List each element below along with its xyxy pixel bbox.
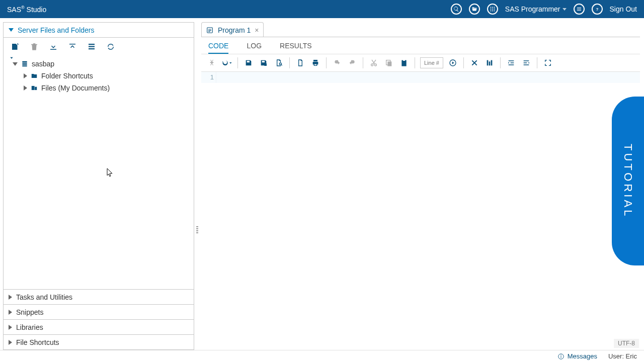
collapsed-panels: Tasks and Utilities Snippets Libraries F… [4, 289, 194, 349]
svg-rect-31 [401, 60, 406, 66]
chevron-right-icon [9, 310, 12, 315]
properties-icon[interactable] [87, 42, 96, 51]
chevron-right-icon [9, 325, 12, 330]
svg-rect-17 [89, 46, 95, 47]
upload-icon[interactable] [68, 42, 77, 51]
panel-label: File Shortcuts [16, 338, 59, 346]
tree-root-label: sasbap [32, 60, 54, 68]
svg-rect-30 [387, 61, 391, 66]
line-number: 1 [210, 73, 214, 81]
svg-rect-32 [403, 59, 405, 61]
refresh-icon[interactable] [106, 42, 115, 51]
run-icon[interactable] [206, 57, 217, 68]
fullscreen-icon[interactable] [542, 57, 553, 68]
svg-point-4 [492, 9, 493, 10]
tab-label: Program 1 [218, 26, 251, 34]
status-bar: Messages User: Eric [0, 350, 644, 362]
chevron-right-icon [24, 85, 27, 90]
more-options-icon[interactable] [574, 4, 585, 15]
tree-item-label: Files (My Documents) [41, 84, 110, 92]
goto-line-icon[interactable] [447, 57, 458, 68]
close-icon[interactable]: × [255, 26, 259, 34]
tree-root[interactable]: sasbap [13, 58, 194, 70]
perspective-dropdown[interactable]: SAS Programmer [505, 5, 567, 13]
svg-rect-37 [491, 60, 493, 66]
tree-item-label: Folder Shortcuts [41, 72, 93, 80]
panel-snippets[interactable]: Snippets [4, 304, 194, 319]
print-icon[interactable] [310, 57, 321, 68]
signout-link[interactable]: Sign Out [610, 5, 637, 13]
svg-rect-19 [22, 61, 27, 63]
svg-rect-35 [487, 60, 489, 66]
copy-icon[interactable] [383, 57, 394, 68]
main-area: Server Files and Folders [0, 18, 644, 350]
svg-text:?: ? [596, 7, 598, 12]
svg-rect-11 [577, 10, 581, 11]
code-editor[interactable]: 1 [201, 72, 640, 350]
chevron-down-icon [9, 28, 14, 32]
mouse-cursor-icon [107, 168, 114, 179]
open-icon[interactable] [273, 57, 284, 68]
svg-rect-10 [577, 9, 581, 10]
line-input[interactable] [420, 57, 443, 68]
panel-label: Libraries [16, 323, 43, 331]
tutorial-tab[interactable]: TUTORIAL [612, 97, 644, 265]
export-icon[interactable] [295, 57, 306, 68]
tree-files-mydocs[interactable]: Files (My Documents) [24, 82, 194, 94]
undo-icon[interactable] [332, 57, 343, 68]
svg-point-2 [494, 7, 495, 8]
download-icon[interactable] [49, 42, 58, 51]
svg-point-7 [492, 11, 493, 12]
clear-icon[interactable] [469, 57, 480, 68]
svg-point-1 [492, 7, 493, 8]
tab-program1[interactable]: Program 1 × [201, 22, 264, 37]
svg-point-6 [490, 11, 491, 12]
sidebar: Server Files and Folders [3, 22, 194, 350]
cut-icon[interactable] [368, 57, 379, 68]
user-label: User: Eric [608, 352, 637, 360]
panel-tasks-utilities[interactable]: Tasks and Utilities [4, 289, 194, 304]
content-area: Program 1 × CODE LOG RESULTS [201, 22, 644, 350]
redo-icon[interactable] [347, 57, 358, 68]
subtab-results[interactable]: RESULTS [280, 37, 312, 54]
panel-label: Snippets [16, 308, 43, 316]
messages-button[interactable]: Messages [557, 352, 597, 360]
history-icon[interactable] [221, 57, 232, 68]
svg-rect-16 [89, 44, 95, 45]
chevron-right-icon [9, 295, 12, 300]
search-icon[interactable] [451, 4, 462, 15]
panel-file-shortcuts[interactable]: File Shortcuts [4, 334, 194, 349]
app-header: SAS® Studio SAS Programmer ? Sign Out [0, 0, 644, 18]
splitter-grip-icon [196, 226, 198, 233]
help-icon[interactable]: ? [592, 4, 603, 15]
file-tree: sasbap Folder Shortcuts Files (My Docume… [4, 56, 194, 289]
editor-toolbar [201, 54, 640, 72]
splitter[interactable] [194, 22, 201, 350]
indent-icon[interactable] [506, 57, 517, 68]
save-icon[interactable] [243, 57, 254, 68]
chevron-right-icon [24, 73, 27, 78]
subtab-log[interactable]: LOG [247, 37, 262, 54]
svg-point-3 [490, 9, 491, 10]
new-icon[interactable] [11, 42, 20, 51]
panel-server-files[interactable]: Server Files and Folders [4, 23, 194, 38]
chevron-down-icon [13, 62, 18, 66]
saveas-icon[interactable] [258, 57, 269, 68]
format-icon[interactable] [484, 57, 495, 68]
svg-marker-25 [229, 62, 231, 64]
svg-rect-20 [22, 63, 27, 65]
server-icon [21, 60, 29, 67]
delete-icon[interactable] [30, 42, 39, 51]
app-title: SAS® Studio [7, 5, 46, 14]
panel-libraries[interactable]: Libraries [4, 319, 194, 334]
svg-point-5 [494, 9, 495, 10]
paste-icon[interactable] [398, 57, 410, 68]
outdent-icon[interactable] [521, 57, 532, 68]
folder-open-icon[interactable] [469, 4, 480, 15]
panel-label: Tasks and Utilities [16, 293, 72, 301]
folder-icon [30, 72, 38, 79]
editor-tabbar: Program 1 × [201, 22, 640, 37]
apps-grid-icon[interactable] [487, 4, 498, 15]
subtab-code[interactable]: CODE [208, 37, 228, 54]
tree-folder-shortcuts[interactable]: Folder Shortcuts [24, 70, 194, 82]
